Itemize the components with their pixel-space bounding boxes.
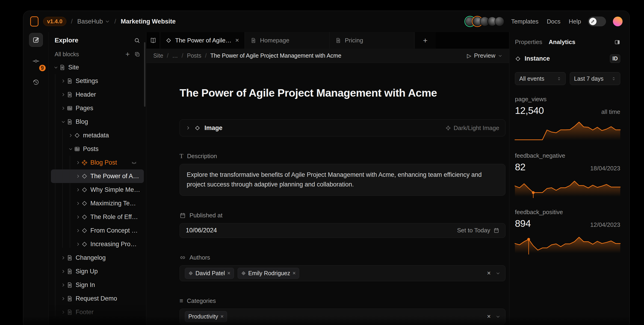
chip-productivity[interactable]: Productivity× [185, 311, 227, 322]
diamond-icon [74, 132, 80, 138]
breadcrumb-ellipsis[interactable]: … [172, 52, 178, 59]
tree-item-posts[interactable]: Posts [51, 142, 144, 156]
copy-id-button[interactable]: ID [610, 54, 620, 63]
history-button[interactable] [29, 75, 43, 89]
chevron-right-icon[interactable] [60, 79, 66, 83]
chevron-right-icon[interactable] [60, 296, 66, 301]
chevron-right-icon[interactable] [67, 133, 74, 138]
tab-analytics[interactable]: Analytics [549, 38, 576, 46]
chevron-right-icon[interactable] [74, 242, 81, 246]
tab-properties[interactable]: Properties [515, 38, 542, 46]
tree-item-the-power-of-a[interactable]: The Power of A… [51, 170, 144, 183]
book-icon [150, 37, 156, 44]
tab-pricing[interactable]: Pricing [330, 32, 415, 49]
tree-item-pages[interactable]: Pages [51, 102, 144, 115]
play-icon: ▷ [467, 52, 471, 59]
doc-icon [66, 78, 73, 84]
tree-item-increasing-pro[interactable]: Increasing Pro… [51, 238, 144, 251]
published-date-field[interactable]: 10/06/2024 Set to Today [180, 223, 506, 238]
tree-item-blog-post[interactable]: Blog Post [51, 156, 144, 170]
chevron-right-icon[interactable] [74, 215, 81, 219]
set-to-today-button[interactable]: Set to Today [457, 227, 499, 234]
chevron-down-icon[interactable] [52, 65, 59, 70]
diamond-icon [81, 241, 88, 247]
chevron-right-icon[interactable] [60, 256, 66, 260]
chevron-right-icon[interactable] [60, 283, 66, 287]
tree-item-why-simple-me[interactable]: Why Simple Me… [51, 183, 144, 196]
chevron-down-icon[interactable] [496, 271, 500, 276]
clear-field-icon[interactable]: × [487, 270, 491, 277]
chevron-down-icon[interactable] [60, 120, 66, 124]
help-link[interactable]: Help [569, 18, 581, 25]
metric-value: 12,540 [515, 105, 544, 116]
panel-toggle-icon[interactable] [614, 39, 620, 45]
chevron-right-icon[interactable] [74, 160, 81, 165]
tree-item-request-demo[interactable]: Request Demo [51, 292, 144, 306]
tab-homepage[interactable]: Homepage [245, 32, 330, 49]
preview-button[interactable]: ▷ Preview [467, 52, 502, 59]
breadcrumb-item[interactable]: Site [153, 52, 163, 59]
avatar[interactable] [495, 16, 504, 26]
events-select[interactable]: All events [515, 72, 566, 85]
pencil-icon [589, 18, 596, 25]
chevron-right-icon[interactable] [60, 310, 66, 314]
remove-chip-icon[interactable]: × [227, 270, 230, 276]
tree-item-sign-in[interactable]: Sign In [51, 278, 144, 292]
edit-mode-toggle[interactable] [588, 16, 606, 26]
tree-item-label: The Power of A… [90, 173, 139, 180]
chevron-right-icon[interactable] [60, 106, 66, 110]
tree-item-settings[interactable]: Settings [51, 74, 144, 88]
clear-field-icon[interactable]: × [487, 313, 491, 320]
tree-item-header[interactable]: Header [51, 88, 144, 102]
org-switcher[interactable]: BaseHub [77, 18, 110, 25]
tree-item-site[interactable]: Site [51, 60, 144, 74]
chevron-right-icon[interactable] [60, 92, 66, 97]
edit-view-button[interactable] [29, 33, 43, 47]
new-tab-button[interactable]: + [415, 32, 436, 49]
image-block[interactable]: Image Dark/Light Image [180, 120, 506, 136]
chevron-right-icon[interactable] [60, 269, 66, 274]
chevron-right-icon[interactable] [74, 228, 81, 233]
user-avatar[interactable] [613, 16, 622, 26]
metric-period: 18/04/2023 [590, 165, 620, 172]
image-block-label: Image [204, 124, 222, 132]
table-icon [66, 105, 73, 111]
tree-item-the-role-of-eff[interactable]: The Role of Eff… [51, 210, 144, 224]
templates-link[interactable]: Templates [511, 18, 539, 25]
chevron-down-icon[interactable] [67, 147, 74, 151]
range-select[interactable]: Last 7 days [570, 72, 620, 85]
chevron-right-icon[interactable] [74, 201, 81, 206]
sidebar-scrollbar[interactable] [144, 42, 146, 107]
chevron-down-icon[interactable] [496, 314, 500, 319]
chip-emily-rodriguez[interactable]: Emily Rodriguez× [238, 268, 299, 279]
tree-item-blog[interactable]: Blog [51, 115, 144, 128]
docs-link[interactable]: Docs [547, 18, 560, 25]
library-tab[interactable] [146, 32, 160, 49]
chevron-right-icon[interactable] [74, 174, 81, 178]
tree-item-footer[interactable]: Footer [51, 306, 144, 319]
tree-item-sign-up[interactable]: Sign Up [51, 264, 144, 278]
search-icon[interactable] [134, 37, 140, 44]
authors-field[interactable]: David Patel×Emily Rodriguez×× [180, 265, 506, 281]
tree-item-maximizing-te[interactable]: Maximizing Te… [51, 196, 144, 210]
chevron-right-icon[interactable] [74, 188, 81, 192]
chip-david-patel[interactable]: David Patel× [185, 268, 234, 279]
diamond-icon [166, 38, 172, 43]
tabs-container: The Power of Agile…×HomepagePricing [160, 32, 415, 49]
add-block-icon[interactable]: + [126, 50, 130, 58]
tab-the-power-of-agile[interactable]: The Power of Agile…× [160, 32, 245, 49]
tree: SiteSettingsHeaderPagesBlogmetadataPosts… [49, 60, 146, 325]
remove-chip-icon[interactable]: × [220, 313, 224, 320]
close-tab-icon[interactable]: × [235, 37, 239, 44]
categories-field[interactable]: Productivity×× [180, 309, 506, 324]
tree-item-changelog[interactable]: Changelog [51, 251, 144, 264]
breadcrumb-item[interactable]: Posts [187, 52, 202, 59]
remove-chip-icon[interactable]: × [292, 270, 296, 276]
duplicate-icon[interactable] [134, 52, 140, 57]
editor-main: The Power of Agile…×HomepagePricing + Si… [146, 32, 509, 325]
hidden-eye-icon[interactable] [131, 160, 137, 166]
tree-item-label: Settings [76, 78, 98, 84]
tree-item-from-concept[interactable]: From Concept … [51, 224, 144, 238]
description-field[interactable]: Explore the transformative benefits of A… [180, 164, 506, 196]
tree-item-metadata[interactable]: metadata [51, 128, 144, 142]
